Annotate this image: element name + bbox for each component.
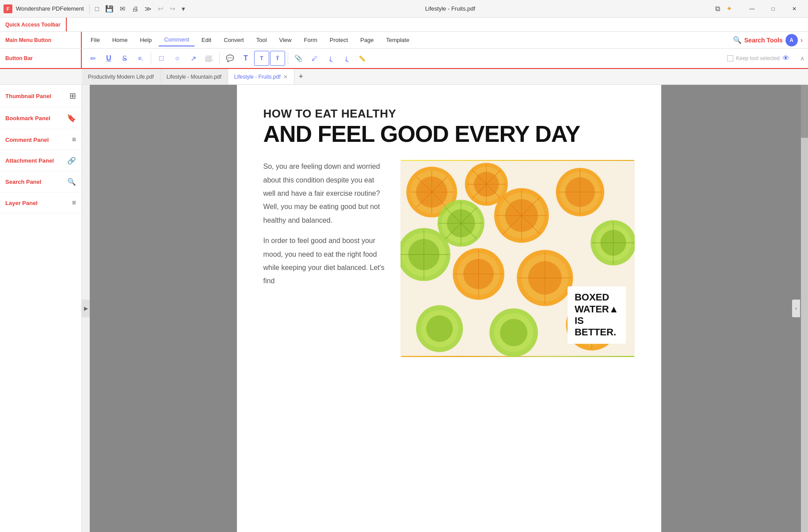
tab-productivity-label: Productivity Modern Life.pdf <box>88 74 154 80</box>
tab-bar: Productivity Modern Life.pdf Lifestyle -… <box>0 69 808 85</box>
tab-add-button[interactable]: + <box>294 69 308 84</box>
quick-access-bar: Quick Access Toolbar <box>0 18 808 32</box>
scrollbar-thumb[interactable] <box>801 85 808 138</box>
attachment-panel-icon: 🔗 <box>67 156 76 165</box>
arrow-tool-btn[interactable]: ↗ <box>186 51 201 66</box>
scrollbar-track[interactable] <box>801 85 808 532</box>
thumbnail-panel-icon: ⊞ <box>69 91 76 101</box>
tab-close-icon[interactable]: ✕ <box>283 74 288 80</box>
boxed-water-line4: BETTER. <box>575 327 619 338</box>
highlight-tool-btn[interactable]: ≡. <box>133 51 148 66</box>
window-controls: — □ ✕ <box>742 2 804 16</box>
left-panel: Thumbnail Panel ⊞ Bookmark Panel 🔖 Comme… <box>0 85 82 532</box>
boxed-water-line1: BOXED <box>575 292 619 303</box>
comment-panel-label: Comment Panel <box>5 137 49 143</box>
search-tools-label[interactable]: Search Tools <box>744 37 783 44</box>
user-avatar[interactable]: A <box>785 34 798 46</box>
cloud-tool-btn[interactable]: ⬜. <box>202 51 217 66</box>
attachment-panel-label: Attachment Panel <box>5 157 54 164</box>
textbox-tool-btn[interactable]: T̄ <box>270 51 285 66</box>
minimize-button[interactable]: — <box>742 2 762 16</box>
ellipse-tool-btn[interactable]: ○ <box>170 51 185 66</box>
comment-panel-icon: ≡ <box>72 136 76 144</box>
sign2-tool-btn[interactable]: ↓̲ <box>339 51 354 66</box>
print-icon[interactable]: 🖨 <box>132 5 138 13</box>
bookmark-panel-item[interactable]: Bookmark Panel 🔖 <box>0 107 81 129</box>
options-icon[interactable]: ▾ <box>182 5 185 13</box>
redo-icon[interactable]: ↪ <box>170 5 175 13</box>
keep-tool-label: Keep tool selected <box>736 55 780 61</box>
attach-tool-btn[interactable]: 📎 <box>291 51 306 66</box>
pdf-content-area: So, you are feeling down and worried abo… <box>263 160 635 357</box>
keep-tool-checkbox[interactable] <box>727 55 733 61</box>
menu-help[interactable]: Help <box>135 34 157 46</box>
menu-edit[interactable]: Edit <box>196 34 217 46</box>
save-icon[interactable]: 💾 <box>105 5 114 13</box>
strikethrough-tool-btn[interactable]: S̶ <box>117 51 132 66</box>
window-preview-btn[interactable]: ⧉ <box>715 5 720 13</box>
forward-icon[interactable]: ≫ <box>145 5 152 13</box>
close-button[interactable]: ✕ <box>784 2 804 16</box>
layer-panel-item[interactable]: Layer Panel ≡ <box>0 193 81 213</box>
bookmark-panel-icon: 🔖 <box>67 114 76 123</box>
layer-panel-label: Layer Panel <box>5 200 38 206</box>
eye-icon[interactable]: 👁 <box>782 54 789 62</box>
typewriter-tool-btn[interactable]: T <box>254 51 269 66</box>
tab-mountain-label: Lifestyle - Mountain.pdf <box>167 74 221 80</box>
tab-fruits[interactable]: Lifestyle - Fruits.pdf ✕ <box>228 69 294 84</box>
undo-icon[interactable]: ↩ <box>158 5 164 13</box>
search-panel-label: Search Panel <box>5 179 42 185</box>
text-tool-btn[interactable]: T <box>238 51 253 66</box>
svg-point-64 <box>500 319 527 346</box>
search-menu-icon[interactable]: 🔍 <box>733 36 742 44</box>
toolbar-sep-2 <box>219 52 220 65</box>
menu-page[interactable]: Page <box>355 34 379 46</box>
callout-tool-btn[interactable]: 💬 <box>222 51 237 66</box>
menu-view[interactable]: View <box>274 34 297 46</box>
menu-comment[interactable]: Comment <box>159 34 194 46</box>
stamp-tool-btn[interactable]: 🖊 <box>307 51 322 66</box>
window-sunburst-btn[interactable]: ✦ <box>726 4 732 13</box>
maximize-button[interactable]: □ <box>763 2 783 16</box>
menu-form[interactable]: Form <box>299 34 323 46</box>
tab-fruits-label: Lifestyle - Fruits.pdf <box>234 74 281 80</box>
search-panel-item[interactable]: Search Panel 🔍 <box>0 171 81 193</box>
tab-productivity[interactable]: Productivity Modern Life.pdf <box>82 69 160 84</box>
attachment-panel-item[interactable]: Attachment Panel 🔗 <box>0 150 81 171</box>
panel-collapse-arrow[interactable]: ▶ <box>82 300 90 317</box>
right-panel-expand-arrow[interactable]: › <box>792 300 800 317</box>
menu-file[interactable]: File <box>85 34 105 46</box>
thumbnail-panel-item[interactable]: Thumbnail Panel ⊞ <box>0 85 81 107</box>
search-tools-area: 🔍 Search Tools A › <box>728 34 808 46</box>
button-bar: Button Bar ✏ U S̶ ≡. □ ○ ↗ ⬜. 💬 T T T̄ 📎… <box>0 49 808 69</box>
layer-panel-icon: ≡ <box>72 199 76 207</box>
button-bar-label: Button Bar <box>0 49 82 68</box>
pdf-paragraph-1: So, you are feeling down and worried abo… <box>263 160 387 227</box>
toolbar-sep-3 <box>288 52 288 65</box>
menu-home[interactable]: Home <box>107 34 133 46</box>
document-title: Lifestyle - Fruits.pdf <box>189 5 712 12</box>
toolbar-collapse-icon[interactable]: ∧ <box>797 55 808 62</box>
pdf-page: HOW TO EAT HEALTHY AND FEEL GOOD EVERY D… <box>237 85 661 532</box>
new-file-icon[interactable]: □ <box>95 5 99 13</box>
menu-arrow-icon[interactable]: › <box>800 36 803 44</box>
comment-panel-item[interactable]: Comment Panel ≡ <box>0 129 81 150</box>
menu-items: File Home Help Comment Edit Convert Tool… <box>82 34 728 46</box>
measure-tool-btn[interactable]: 📏 <box>354 51 370 66</box>
menu-template[interactable]: Template <box>381 34 415 46</box>
pdf-viewer-area[interactable]: HOW TO EAT HEALTHY AND FEEL GOOD EVERY D… <box>90 85 808 532</box>
menu-bar: Main Menu Button File Home Help Comment … <box>0 32 808 49</box>
menu-tool[interactable]: Tool <box>251 34 272 46</box>
pen-tool-btn[interactable]: ✏ <box>85 51 100 66</box>
rect-tool-btn[interactable]: □ <box>154 51 169 66</box>
keep-tool-area: Keep tool selected 👁 <box>722 54 795 62</box>
pdf-text-column: So, you are feeling down and worried abo… <box>263 160 387 357</box>
menu-protect[interactable]: Protect <box>324 34 353 46</box>
tab-mountain[interactable]: Lifestyle - Mountain.pdf <box>160 69 228 84</box>
email-icon[interactable]: ✉ <box>120 5 126 13</box>
boxed-water-line3: IS <box>575 315 619 327</box>
underline-tool-btn[interactable]: U <box>101 51 116 66</box>
menu-convert[interactable]: Convert <box>218 34 249 46</box>
sign1-tool-btn[interactable]: ↓̲ <box>323 51 338 66</box>
title-bar-icons: □ 💾 ✉ 🖨 ≫ ↩ ↪ ▾ <box>95 5 185 13</box>
